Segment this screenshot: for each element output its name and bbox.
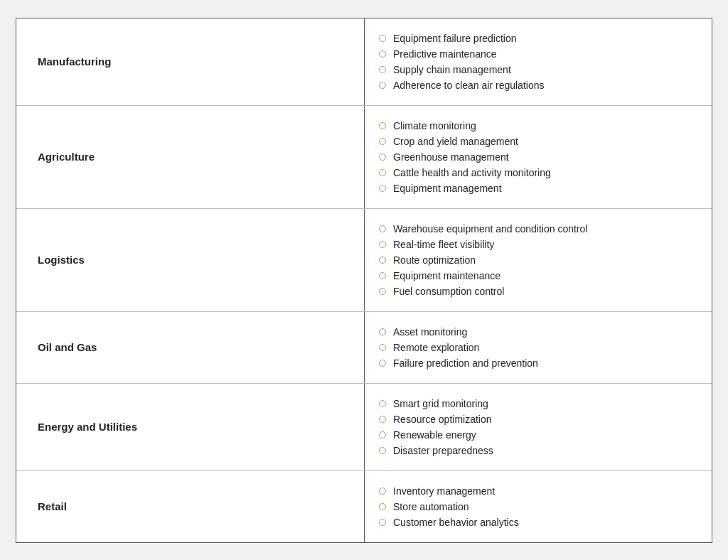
category-label-3: Oil and Gas [38, 341, 97, 353]
table-row: RetailInventory managementStore automati… [16, 471, 712, 542]
col-right-2: Warehouse equipment and condition contro… [365, 209, 712, 311]
bullet-icon [379, 431, 386, 438]
list-item-text: Remote exploration [393, 342, 479, 353]
list-item-text: Supply chain management [393, 64, 511, 75]
bullet-icon [379, 122, 386, 129]
col-left-2: Logistics [16, 209, 365, 311]
list-item: Customer behavior analytics [372, 517, 697, 528]
list-item: Warehouse equipment and condition contro… [372, 223, 697, 235]
list-item: Asset monitoring [372, 326, 697, 338]
list-item-text: Resource optimization [393, 414, 492, 425]
bullet-icon [379, 288, 386, 295]
list-item: Real-time fleet visibility [372, 239, 697, 250]
list-item-text: Renewable energy [393, 429, 476, 441]
list-item: Cattle health and activity monitoring [372, 167, 697, 178]
list-item-text: Inventory management [393, 485, 495, 497]
list-item-text: Climate monitoring [393, 120, 476, 131]
bullet-icon [379, 169, 386, 176]
list-item: Remote exploration [372, 342, 697, 353]
col-left-3: Oil and Gas [16, 312, 365, 383]
list-item: Adherence to clean air regulations [372, 80, 697, 91]
list-item-text: Route optimization [393, 254, 476, 266]
list-item-text: Asset monitoring [393, 326, 467, 338]
bullet-icon [379, 185, 386, 192]
list-item-text: Smart grid monitoring [393, 398, 488, 409]
list-item-text: Predictive maintenance [393, 48, 497, 60]
table-row: ManufacturingEquipment failure predictio… [16, 18, 712, 106]
list-item: Resource optimization [372, 414, 697, 425]
list-item-text: Adherence to clean air regulations [393, 80, 544, 91]
bullet-icon [379, 519, 386, 526]
bullet-icon [379, 447, 386, 454]
list-item-text: Crop and yield management [393, 136, 518, 147]
table-row: Oil and GasAsset monitoringRemote explor… [16, 312, 712, 384]
table-row: AgricultureClimate monitoringCrop and yi… [16, 106, 712, 209]
bullet-icon [379, 154, 386, 161]
list-item-text: Equipment management [393, 183, 502, 194]
list-item: Failure prediction and prevention [372, 357, 697, 369]
col-right-0: Equipment failure predictionPredictive m… [365, 18, 712, 105]
bullet-icon [379, 257, 386, 264]
category-label-1: Agriculture [38, 151, 95, 163]
list-item: Supply chain management [372, 64, 697, 75]
bullet-icon [379, 328, 386, 335]
list-item: Inventory management [372, 485, 697, 497]
list-item-text: Fuel consumption control [393, 286, 504, 297]
bullet-icon [379, 360, 386, 367]
col-left-0: Manufacturing [16, 18, 365, 105]
bullet-icon [379, 225, 386, 232]
list-item: Fuel consumption control [372, 286, 697, 297]
list-item-text: Equipment failure prediction [393, 33, 517, 44]
col-left-4: Energy and Utilities [16, 384, 365, 470]
list-item: Predictive maintenance [372, 48, 697, 60]
col-right-3: Asset monitoringRemote explorationFailur… [365, 312, 712, 383]
bullet-icon [379, 35, 386, 42]
main-table: ManufacturingEquipment failure predictio… [16, 18, 712, 543]
list-item: Disaster preparedness [372, 445, 697, 456]
col-right-5: Inventory managementStore automationCust… [365, 471, 712, 542]
list-item: Store automation [372, 501, 697, 512]
bullet-icon [379, 82, 386, 89]
bullet-icon [379, 344, 386, 351]
category-label-0: Manufacturing [38, 55, 111, 68]
category-label-5: Retail [38, 500, 67, 512]
list-item-text: Cattle health and activity monitoring [393, 167, 551, 178]
list-item-text: Customer behavior analytics [393, 517, 519, 528]
col-left-1: Agriculture [16, 106, 365, 208]
bullet-icon [379, 66, 386, 73]
list-item-text: Real-time fleet visibility [393, 239, 494, 250]
list-item-text: Failure prediction and prevention [393, 357, 538, 369]
list-item: Greenhouse management [372, 151, 697, 163]
bullet-icon [379, 488, 386, 495]
col-right-4: Smart grid monitoringResource optimizati… [365, 384, 712, 470]
bullet-icon [379, 50, 386, 58]
col-left-5: Retail [16, 471, 365, 542]
list-item-text: Warehouse equipment and condition contro… [393, 223, 587, 235]
col-right-1: Climate monitoringCrop and yield managem… [365, 106, 712, 208]
list-item-text: Greenhouse management [393, 151, 509, 163]
list-item: Equipment failure prediction [372, 33, 697, 44]
list-item: Crop and yield management [372, 136, 697, 147]
bullet-icon [379, 138, 386, 145]
list-item-text: Equipment maintenance [393, 270, 500, 281]
list-item-text: Disaster preparedness [393, 445, 493, 456]
table-row: LogisticsWarehouse equipment and conditi… [16, 209, 712, 312]
list-item-text: Store automation [393, 501, 469, 512]
bullet-icon [379, 241, 386, 248]
bullet-icon [379, 416, 386, 423]
bullet-icon [379, 272, 386, 279]
bullet-icon [379, 400, 386, 407]
list-item: Smart grid monitoring [372, 398, 697, 409]
bullet-icon [379, 503, 386, 510]
list-item: Equipment maintenance [372, 270, 697, 281]
table-row: Energy and UtilitiesSmart grid monitorin… [16, 384, 712, 471]
list-item: Renewable energy [372, 429, 697, 441]
list-item: Climate monitoring [372, 120, 697, 131]
category-label-4: Energy and Utilities [38, 421, 137, 433]
list-item: Equipment management [372, 183, 697, 194]
category-label-2: Logistics [38, 254, 85, 266]
list-item: Route optimization [372, 254, 697, 266]
